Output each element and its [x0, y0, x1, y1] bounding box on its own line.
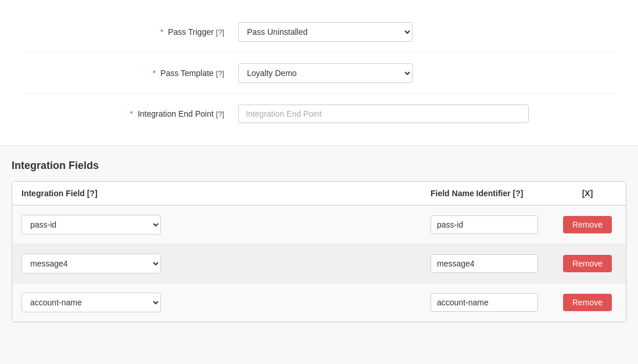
pass-template-select[interactable]: Loyalty Demo Other Template	[238, 63, 413, 83]
integration-field-select-1[interactable]: pass-id message4 account-name	[21, 254, 161, 273]
remove-button-0[interactable]: Remove	[563, 216, 612, 233]
fields-table-header: Integration Field [?] Field Name Identif…	[12, 182, 626, 206]
table-row: pass-id message4 account-name Remove	[12, 244, 626, 283]
field-name-input-0[interactable]	[431, 215, 538, 234]
field-name-input-2[interactable]	[431, 293, 538, 312]
integration-end-point-row: * Integration End Point [?]	[23, 94, 615, 134]
col-header-field-name: Field Name Identifier [?]	[431, 189, 558, 198]
top-form-section: * Pass Trigger [?] Pass Uninstalled Pass…	[0, 0, 638, 146]
pass-trigger-help: [?]	[216, 28, 224, 37]
pass-trigger-select[interactable]: Pass Uninstalled Pass Installed Pass Upd…	[238, 22, 413, 42]
col-header-integration-field: Integration Field [?]	[21, 189, 431, 198]
integration-end-point-label: * Integration End Point [?]	[23, 109, 238, 118]
pass-trigger-row: * Pass Trigger [?] Pass Uninstalled Pass…	[23, 12, 615, 53]
pass-template-label: * Pass Template [?]	[23, 69, 238, 78]
pass-trigger-label: * Pass Trigger [?]	[23, 27, 238, 37]
integration-end-point-input[interactable]	[238, 104, 529, 123]
required-indicator-3: *	[130, 109, 133, 118]
integration-end-point-help: [?]	[216, 110, 224, 118]
table-row: pass-id message4 account-name Remove	[12, 206, 626, 244]
integration-field-select-0[interactable]: pass-id message4 account-name	[21, 215, 161, 235]
integration-fields-section: Integration Fields Integration Field [?]…	[0, 146, 638, 336]
field-name-input-1[interactable]	[431, 254, 538, 273]
required-indicator: *	[160, 27, 163, 37]
required-indicator-2: *	[153, 69, 156, 78]
integration-field-select-2[interactable]: pass-id message4 account-name	[21, 293, 161, 312]
remove-button-1[interactable]: Remove	[563, 255, 612, 272]
remove-button-2[interactable]: Remove	[563, 294, 612, 311]
col-header-remove: [X]	[558, 189, 617, 198]
table-row: pass-id message4 account-name Remove	[12, 283, 626, 322]
pass-template-help: [?]	[216, 69, 224, 78]
pass-template-row: * Pass Template [?] Loyalty Demo Other T…	[23, 53, 615, 94]
section-title: Integration Fields	[12, 160, 626, 172]
fields-table: Integration Field [?] Field Name Identif…	[12, 181, 626, 322]
